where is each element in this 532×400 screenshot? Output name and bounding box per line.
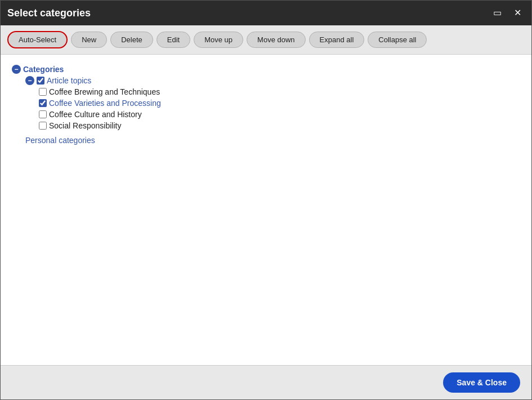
restore-button[interactable]: ▭ bbox=[490, 7, 505, 19]
category-tree: − Categories − Article topics Coffee Bre… bbox=[12, 64, 520, 146]
collapse-all-button[interactable]: Collapse all bbox=[368, 32, 427, 48]
article-topics-checkbox-label[interactable]: Article topics bbox=[37, 76, 91, 85]
item-3-checkbox[interactable] bbox=[39, 122, 47, 130]
collapse-root-button[interactable]: − bbox=[12, 65, 21, 74]
tree-row-item-0: Coffee Brewing and Techniques bbox=[39, 86, 520, 97]
tree-row-item-3: Social Responsibility bbox=[39, 120, 520, 131]
item-3-label: Social Responsibility bbox=[49, 121, 121, 130]
move-up-button[interactable]: Move up bbox=[194, 32, 243, 48]
item-1-checkbox[interactable] bbox=[39, 99, 47, 107]
item-1-label: Coffee Varieties and Processing bbox=[49, 99, 161, 108]
edit-button[interactable]: Edit bbox=[157, 32, 190, 48]
personal-categories-link[interactable]: Personal categories bbox=[25, 136, 95, 145]
new-button[interactable]: New bbox=[71, 32, 107, 48]
item-2-label: Coffee Culture and History bbox=[49, 110, 142, 119]
toolbar: Auto-Select New Delete Edit Move up Move… bbox=[1, 25, 531, 55]
close-button[interactable]: ✕ bbox=[511, 7, 525, 19]
item-1-checkbox-label[interactable]: Coffee Varieties and Processing bbox=[39, 99, 161, 108]
root-label: Categories bbox=[23, 65, 64, 74]
auto-select-button[interactable]: Auto-Select bbox=[7, 31, 68, 48]
tree-row-root: − Categories bbox=[12, 64, 520, 75]
delete-button[interactable]: Delete bbox=[110, 32, 153, 48]
item-0-checkbox[interactable] bbox=[39, 88, 47, 96]
collapse-group-button[interactable]: − bbox=[25, 76, 34, 85]
tree-row-item-2: Coffee Culture and History bbox=[39, 109, 520, 120]
footer: Save & Close bbox=[1, 365, 531, 399]
article-topics-checkbox[interactable] bbox=[37, 77, 44, 85]
item-0-label: Coffee Brewing and Techniques bbox=[49, 87, 160, 96]
personal-categories-row: Personal categories bbox=[12, 135, 520, 146]
titlebar: Select categories ▭ ✕ bbox=[1, 1, 531, 25]
item-2-checkbox-label[interactable]: Coffee Culture and History bbox=[39, 110, 142, 119]
tree-row-item-1: Coffee Varieties and Processing bbox=[39, 97, 520, 109]
tree-row-article-topics: − Article topics bbox=[25, 75, 520, 86]
content-area: − Categories − Article topics Coffee Bre… bbox=[1, 55, 531, 365]
move-down-button[interactable]: Move down bbox=[247, 32, 305, 48]
item-2-checkbox[interactable] bbox=[39, 110, 47, 118]
item-0-checkbox-label[interactable]: Coffee Brewing and Techniques bbox=[39, 87, 160, 96]
item-3-checkbox-label[interactable]: Social Responsibility bbox=[39, 121, 121, 130]
dialog-title: Select categories bbox=[7, 7, 91, 19]
save-close-button[interactable]: Save & Close bbox=[443, 372, 520, 393]
article-topics-label: Article topics bbox=[47, 76, 91, 85]
expand-all-button[interactable]: Expand all bbox=[309, 32, 365, 48]
dialog: Select categories ▭ ✕ Auto-Select New De… bbox=[0, 0, 532, 400]
titlebar-controls: ▭ ✕ bbox=[490, 7, 525, 19]
